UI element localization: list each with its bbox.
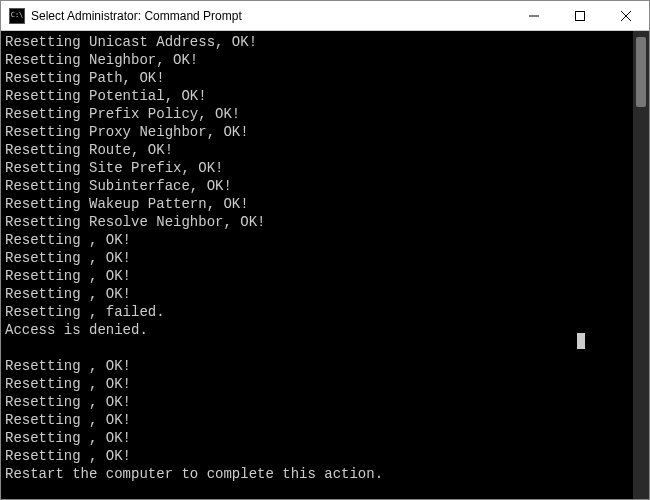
console-line: Resetting Wakeup Pattern, OK! bbox=[5, 195, 629, 213]
selection-cursor bbox=[577, 333, 585, 349]
command-prompt-window: C:\ Select Administrator: Command Prompt… bbox=[0, 0, 650, 500]
console-line: Resetting Potential, OK! bbox=[5, 87, 629, 105]
cmd-icon: C:\ bbox=[9, 8, 25, 24]
console-line: Resetting Neighbor, OK! bbox=[5, 51, 629, 69]
console-line: Resetting , OK! bbox=[5, 411, 629, 429]
console-line: Resetting Subinterface, OK! bbox=[5, 177, 629, 195]
console-line bbox=[5, 339, 629, 357]
console-line: Resetting Site Prefix, OK! bbox=[5, 159, 629, 177]
console-line: Resetting Prefix Policy, OK! bbox=[5, 105, 629, 123]
svg-rect-1 bbox=[576, 11, 585, 20]
console-line: Resetting Route, OK! bbox=[5, 141, 629, 159]
console-line: Restart the computer to complete this ac… bbox=[5, 465, 629, 483]
console-output[interactable]: Resetting Unicast Address, OK!Resetting … bbox=[1, 31, 633, 499]
scrollbar-thumb[interactable] bbox=[636, 37, 646, 107]
console-line: Resetting , OK! bbox=[5, 267, 629, 285]
console-line: Resetting , OK! bbox=[5, 357, 629, 375]
console-line: Resetting , OK! bbox=[5, 447, 629, 465]
minimize-button[interactable] bbox=[511, 1, 557, 30]
console-line: Resetting , OK! bbox=[5, 429, 629, 447]
close-button[interactable] bbox=[603, 1, 649, 30]
console-line bbox=[5, 483, 629, 499]
console-line: Resetting Path, OK! bbox=[5, 69, 629, 87]
console-line: Resetting , OK! bbox=[5, 393, 629, 411]
scrollbar[interactable] bbox=[633, 31, 649, 499]
maximize-button[interactable] bbox=[557, 1, 603, 30]
console-line: Resetting , OK! bbox=[5, 285, 629, 303]
console-line: Resetting Proxy Neighbor, OK! bbox=[5, 123, 629, 141]
titlebar[interactable]: C:\ Select Administrator: Command Prompt bbox=[1, 1, 649, 31]
console-line: Access is denied. bbox=[5, 321, 629, 339]
window-title: Select Administrator: Command Prompt bbox=[31, 9, 511, 23]
console-line: Resetting , failed. bbox=[5, 303, 629, 321]
console-line: Resetting Resolve Neighbor, OK! bbox=[5, 213, 629, 231]
console-line: Resetting , OK! bbox=[5, 375, 629, 393]
window-controls bbox=[511, 1, 649, 30]
console-line: Resetting , OK! bbox=[5, 249, 629, 267]
console-line: Resetting Unicast Address, OK! bbox=[5, 33, 629, 51]
console-line: Resetting , OK! bbox=[5, 231, 629, 249]
console-area: Resetting Unicast Address, OK!Resetting … bbox=[1, 31, 649, 499]
